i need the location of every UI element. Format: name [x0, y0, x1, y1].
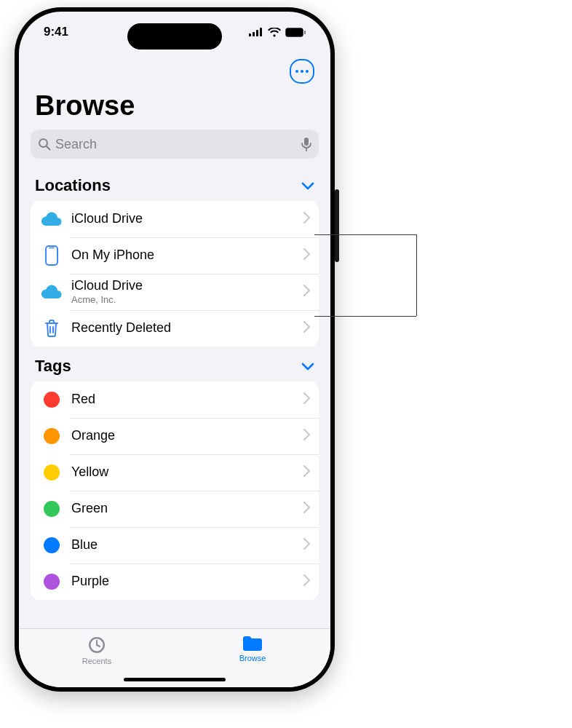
svg-rect-6 [304, 31, 306, 34]
chevron-right-icon [303, 285, 310, 299]
location-icloud-drive[interactable]: iCloud Drive [31, 201, 319, 237]
chevron-right-icon [303, 212, 310, 226]
tags-list: Red Orange Yellow Green [31, 381, 319, 600]
tag-dot-icon [44, 537, 60, 553]
tag-red[interactable]: Red [31, 381, 319, 418]
search-placeholder: Search [55, 137, 297, 152]
svg-rect-9 [304, 138, 309, 146]
search-icon [38, 138, 51, 151]
iphone-icon [39, 245, 64, 266]
list-item-label: iCloud Drive [71, 211, 303, 227]
chevron-right-icon [303, 392, 310, 407]
tag-dot-icon [44, 574, 60, 590]
svg-rect-0 [249, 33, 251, 36]
icloud-icon [39, 284, 64, 300]
cellular-icon [249, 28, 263, 36]
dynamic-island [127, 23, 222, 50]
icloud-icon [39, 211, 64, 227]
tag-orange[interactable]: Orange [31, 418, 319, 454]
phone-frame: 9:41 Browse [15, 7, 335, 692]
svg-rect-3 [260, 28, 262, 36]
content-scroll[interactable]: Locations iCloud Drive [19, 166, 330, 629]
wifi-icon [268, 28, 281, 37]
chevron-right-icon [303, 465, 310, 480]
chevron-down-icon [301, 181, 314, 190]
chevron-right-icon [303, 248, 310, 263]
svg-line-8 [47, 146, 50, 150]
trash-icon [39, 319, 64, 338]
chevron-right-icon [303, 321, 310, 336]
locations-title: Locations [35, 176, 111, 195]
tab-label: Browse [239, 654, 266, 662]
svg-rect-1 [253, 32, 255, 36]
callout-line [314, 316, 416, 317]
tab-label: Recents [82, 657, 111, 665]
list-item-sublabel: Acme, Inc. [71, 294, 303, 306]
tag-yellow[interactable]: Yellow [31, 454, 319, 491]
battery-icon [285, 28, 306, 37]
location-on-my-iphone[interactable]: On My iPhone [31, 237, 319, 274]
list-item-label: Red [71, 392, 303, 408]
page-title: Browse [35, 90, 135, 122]
tag-dot-icon [44, 428, 60, 444]
search-field[interactable]: Search [31, 130, 319, 159]
home-indicator[interactable] [124, 678, 226, 681]
list-item-label: Orange [71, 428, 303, 444]
callout-line [416, 234, 417, 316]
chevron-right-icon [303, 574, 310, 589]
tag-dot-icon [44, 501, 60, 517]
chevron-down-icon [301, 362, 314, 371]
list-item-label: Yellow [71, 464, 303, 480]
chevron-right-icon [303, 429, 310, 443]
chevron-right-icon [303, 502, 310, 516]
status-icons [249, 28, 306, 37]
tag-purple[interactable]: Purple [31, 563, 319, 600]
chevron-right-icon [303, 538, 310, 553]
callout-line [314, 234, 416, 235]
power-button[interactable] [335, 189, 339, 262]
status-time: 9:41 [44, 25, 68, 39]
dictation-icon[interactable] [301, 137, 311, 151]
tag-dot-icon [44, 464, 60, 480]
location-recently-deleted[interactable]: Recently Deleted [31, 310, 319, 347]
svg-rect-2 [256, 30, 258, 36]
list-item-label: iCloud Drive [71, 278, 303, 294]
svg-rect-11 [46, 246, 57, 265]
list-item-label: On My iPhone [71, 248, 303, 264]
more-options-button[interactable] [290, 59, 314, 84]
locations-header[interactable]: Locations [31, 166, 319, 201]
list-item-label: Blue [71, 537, 303, 553]
location-icloud-drive-work[interactable]: iCloud Drive Acme, Inc. [31, 274, 319, 310]
list-item-label: Green [71, 501, 303, 517]
tags-title: Tags [35, 357, 71, 376]
tag-blue[interactable]: Blue [31, 527, 319, 563]
screen: 9:41 Browse [19, 12, 330, 687]
tag-dot-icon [44, 392, 60, 408]
nav-bar [19, 55, 330, 87]
tags-header[interactable]: Tags [31, 347, 319, 381]
list-item-label: Recently Deleted [71, 320, 303, 336]
clock-icon [87, 635, 107, 655]
list-item-label: Purple [71, 574, 303, 590]
folder-icon [242, 635, 263, 652]
locations-list: iCloud Drive On My iPhone [31, 201, 319, 347]
tag-green[interactable]: Green [31, 491, 319, 527]
svg-rect-5 [287, 29, 302, 36]
